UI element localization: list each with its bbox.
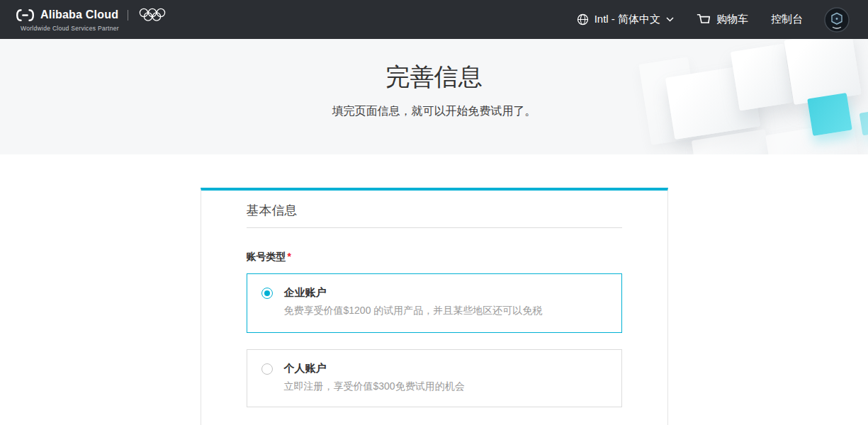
language-label: Intl - 简体中文 [594, 13, 660, 26]
cart-button[interactable]: 购物车 [697, 13, 748, 26]
alibaba-cloud-logo[interactable]: Alibaba Cloud Worldwide Cloud Services P… [16, 7, 169, 32]
cart-label: 购物车 [716, 13, 748, 26]
section-divider [247, 227, 622, 228]
olympic-rings-icon [137, 7, 169, 23]
option-title: 企业账户 [284, 286, 543, 299]
option-title: 个人账户 [284, 362, 465, 375]
account-type-label: 账号类型* [247, 251, 622, 264]
console-link[interactable]: 控制台 [771, 13, 803, 26]
main-content: 基本信息 账号类型* 企业账户 免费享受价值$1200 的试用产品，并且某些地区… [0, 188, 868, 425]
basic-info-card: 基本信息 账号类型* 企业账户 免费享受价值$1200 的试用产品，并且某些地区… [201, 188, 668, 425]
alibaba-cloud-logo-icon [16, 8, 35, 22]
hero-banner: 完善信息 填完页面信息，就可以开始免费试用了。 [0, 39, 868, 154]
option-description: 免费享受价值$1200 的试用产品，并且某些地区还可以免税 [284, 304, 543, 317]
option-enterprise-account[interactable]: 企业账户 免费享受价值$1200 的试用产品，并且某些地区还可以免税 [247, 273, 622, 333]
header-nav: Intl - 简体中文 购物车 控制台 [554, 7, 850, 33]
language-selector[interactable]: Intl - 简体中文 [577, 13, 674, 26]
page-title: 完善信息 [0, 39, 868, 94]
cart-icon [697, 13, 711, 26]
globe-icon [577, 13, 589, 26]
user-avatar-icon [824, 7, 850, 33]
user-avatar[interactable] [824, 7, 850, 33]
page-subtitle: 填完页面信息，就可以开始免费试用了。 [0, 104, 868, 119]
logo-tagline: Worldwide Cloud Services Partner [16, 25, 169, 32]
account-type-options: 企业账户 免费享受价值$1200 的试用产品，并且某些地区还可以免税 个人账户 … [247, 273, 622, 407]
logo-separator [128, 10, 128, 21]
chevron-down-icon [666, 17, 674, 22]
option-personal-account[interactable]: 个人账户 立即注册，享受价值$300免费试用的机会 [247, 349, 622, 407]
option-description: 立即注册，享受价值$300免费试用的机会 [284, 380, 465, 392]
console-label: 控制台 [771, 13, 803, 26]
section-title: 基本信息 [247, 203, 622, 218]
required-mark: * [288, 251, 291, 262]
brand-name: Alibaba Cloud [40, 8, 118, 21]
radio-button[interactable] [261, 363, 273, 375]
top-navigation-bar: Alibaba Cloud Worldwide Cloud Services P… [0, 0, 868, 39]
radio-button[interactable] [261, 288, 273, 299]
